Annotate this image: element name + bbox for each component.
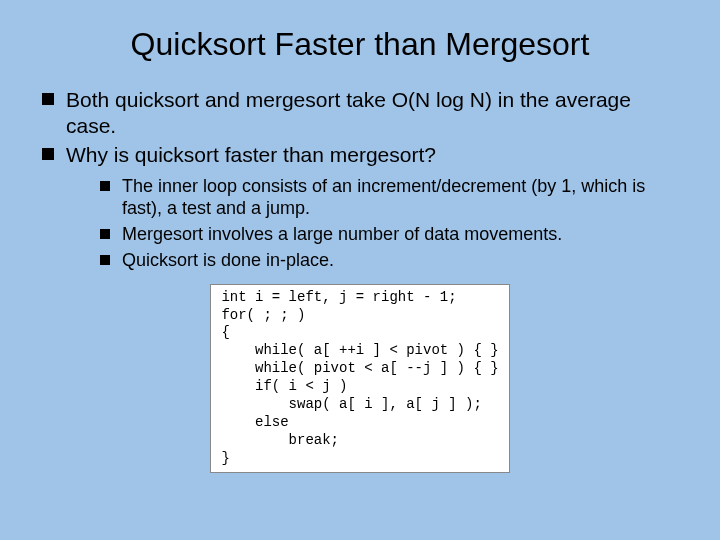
sub-bullet-text: The inner loop consists of an increment/… xyxy=(122,176,645,218)
sub-bullet-item: Quicksort is done in-place. xyxy=(100,250,682,272)
sub-bullet-item: Mergesort involves a large number of dat… xyxy=(100,224,682,246)
sub-bullet-list: The inner loop consists of an increment/… xyxy=(66,176,682,272)
sub-bullet-text: Mergesort involves a large number of dat… xyxy=(122,224,562,244)
bullet-item: Why is quicksort faster than mergesort? … xyxy=(42,142,682,271)
bullet-item: Both quicksort and mergesort take O(N lo… xyxy=(42,87,682,138)
bullet-text: Both quicksort and mergesort take O(N lo… xyxy=(66,88,631,137)
slide-title: Quicksort Faster than Mergesort xyxy=(38,26,682,63)
code-snippet: int i = left, j = right - 1; for( ; ; ) … xyxy=(210,284,509,473)
bullet-list: Both quicksort and mergesort take O(N lo… xyxy=(38,87,682,272)
bullet-text: Why is quicksort faster than mergesort? xyxy=(66,143,436,166)
code-container: int i = left, j = right - 1; for( ; ; ) … xyxy=(38,284,682,473)
slide: Quicksort Faster than Mergesort Both qui… xyxy=(0,0,720,540)
sub-bullet-item: The inner loop consists of an increment/… xyxy=(100,176,682,220)
sub-bullet-text: Quicksort is done in-place. xyxy=(122,250,334,270)
